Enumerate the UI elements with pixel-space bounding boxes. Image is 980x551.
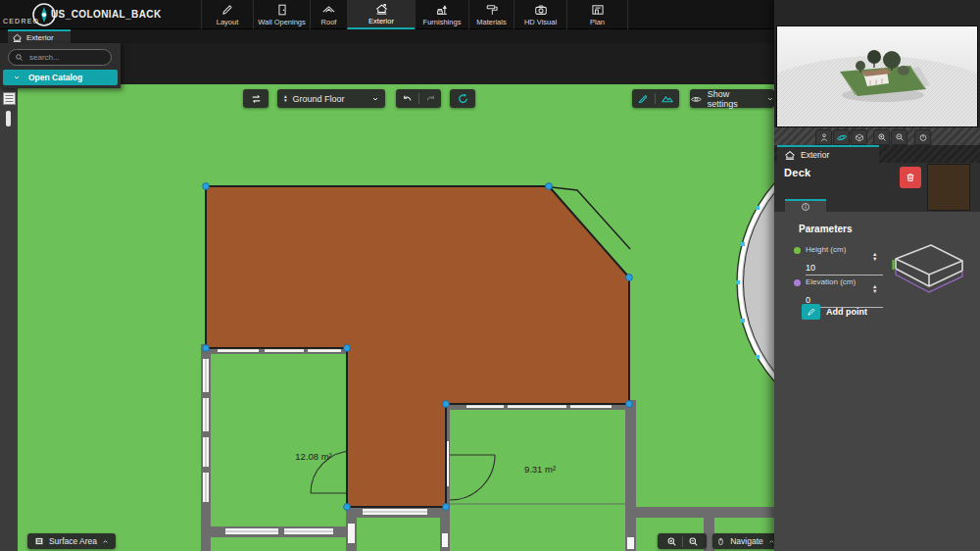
- list-icon: [34, 536, 44, 546]
- tab-materials[interactable]: Materials: [468, 0, 514, 29]
- subtab-label: Exterior: [26, 33, 54, 42]
- pool-circle[interactable]: [736, 132, 774, 432]
- floorplan-canvas[interactable]: 12.08 m² 9.31 m² ▲▼ Ground Floor Show se: [18, 84, 774, 551]
- zoom-out-icon[interactable]: [688, 536, 699, 547]
- zoom-in-icon[interactable]: [666, 536, 677, 547]
- door-icon: [275, 3, 289, 17]
- parameters-panel: Parameters Height (cm) ▲▼ Elevation (cm)…: [774, 212, 980, 551]
- search-icon: [15, 53, 24, 62]
- zoom-out-icon: [895, 132, 905, 142]
- tab-layout[interactable]: Layout: [201, 0, 253, 29]
- inspector-tab-label: Exterior: [801, 150, 829, 160]
- height-stepper[interactable]: ▲▼: [872, 252, 877, 262]
- surface-area-button[interactable]: Surface Area: [27, 533, 116, 549]
- subtab-row: Exterior: [0, 29, 774, 43]
- floor-selector-value: Ground Floor: [293, 94, 367, 104]
- walkthrough-button[interactable]: [815, 129, 832, 145]
- open-catalog-button[interactable]: Open Catalog: [3, 70, 118, 85]
- chevron-down-icon: [766, 95, 774, 103]
- elevation-dot-icon: [794, 279, 801, 286]
- show-settings-button[interactable]: Show settings: [690, 89, 774, 108]
- preview-zoom-out-button[interactable]: [891, 129, 907, 145]
- terrain-icon[interactable]: [661, 92, 674, 105]
- height-input[interactable]: [806, 263, 864, 275]
- paint-roller-icon: [485, 3, 499, 17]
- zoom-buttons-group: [658, 533, 707, 549]
- undo-icon[interactable]: [401, 93, 414, 105]
- house-icon: [784, 149, 796, 161]
- undo-redo-group: [396, 89, 441, 108]
- terrain-tools-group: [632, 89, 679, 108]
- eye-icon: [690, 93, 703, 105]
- navigate-label: Navigate: [730, 536, 763, 546]
- room-area-label-2: 9.31 m²: [524, 464, 556, 475]
- selection-title: Deck: [784, 167, 811, 178]
- chevron-down-icon: [371, 95, 379, 103]
- trash-icon: [905, 172, 916, 183]
- chevron-down-icon: [13, 74, 21, 81]
- refresh-surface-button[interactable]: [450, 89, 475, 108]
- camera-icon: [534, 3, 548, 17]
- tab-hd-visual[interactable]: HD Visual: [514, 0, 566, 29]
- height-dot-icon: [794, 247, 801, 254]
- layers-icon: [3, 92, 16, 105]
- room-area-label-1: 12.08 m²: [295, 451, 332, 462]
- search-box[interactable]: [8, 49, 112, 66]
- plan-view-button[interactable]: [851, 129, 867, 145]
- add-point-label[interactable]: Add point: [826, 307, 867, 317]
- plan-icon: [591, 3, 605, 17]
- left-tool-strip: [0, 84, 18, 551]
- cedreo-logo-text: CEDREO: [3, 18, 39, 25]
- preview-toolbar: [774, 127, 980, 145]
- house-icon: [374, 2, 389, 16]
- subtab-exterior[interactable]: Exterior: [8, 29, 71, 43]
- draw-surface-icon[interactable]: [637, 92, 650, 105]
- elevation-stepper[interactable]: ▲▼: [872, 284, 877, 294]
- compass-button[interactable]: [914, 129, 931, 145]
- preview-zoom-in-button[interactable]: [873, 129, 890, 145]
- pencil-icon: [220, 3, 234, 17]
- 3d-preview[interactable]: [776, 25, 978, 127]
- sync-floors-button[interactable]: [243, 89, 269, 108]
- orbit-view-button[interactable]: [833, 129, 850, 145]
- search-input[interactable]: [27, 52, 104, 63]
- info-tab[interactable]: [785, 199, 826, 212]
- chevron-up-icon: [102, 538, 109, 545]
- deck-polygon[interactable]: [206, 186, 629, 507]
- mouse-icon: [716, 536, 725, 547]
- inspector-tab-exterior[interactable]: Exterior: [777, 145, 879, 163]
- project-name: US_COLONIAL_BACK: [51, 0, 159, 29]
- inspector-panel: Exterior Deck Parameters Height (cm) ▲▼: [774, 0, 980, 551]
- layers-button[interactable]: [3, 92, 16, 105]
- cube-icon: [855, 132, 864, 143]
- floor-spinner[interactable]: ▲▼: [283, 95, 288, 103]
- tab-exterior[interactable]: Exterior: [347, 0, 415, 29]
- tab-roof[interactable]: Roof: [310, 0, 347, 29]
- compass-icon: [918, 132, 928, 143]
- delete-button[interactable]: [900, 167, 921, 188]
- zoom-slider-handle[interactable]: [6, 111, 11, 126]
- floor-selector[interactable]: ▲▼ Ground Floor: [277, 89, 385, 108]
- navigate-button[interactable]: Navigate: [712, 533, 774, 549]
- tab-furnishings[interactable]: Furnishings: [415, 0, 468, 29]
- open-catalog-label: Open Catalog: [28, 73, 82, 82]
- app-window: CEDREO US_COLONIAL_BACK Layout Wall Open…: [0, 0, 980, 551]
- tab-wall-openings[interactable]: Wall Openings: [253, 0, 310, 29]
- floorplan-drawing: 12.08 m² 9.31 m²: [18, 84, 774, 551]
- height-label: Height (cm): [806, 245, 846, 254]
- redo-icon[interactable]: [424, 93, 437, 105]
- tab-plan[interactable]: Plan: [566, 0, 628, 29]
- deck-material-thumbnail[interactable]: [927, 164, 970, 211]
- surface-area-label: Surface Area: [49, 536, 97, 546]
- refresh-icon: [457, 92, 469, 105]
- info-icon: [801, 202, 810, 212]
- inspector-tab-row: Exterior: [774, 145, 980, 163]
- furniture-icon: [435, 3, 449, 17]
- elevation-label: Elevation (cm): [806, 277, 856, 286]
- person-icon: [819, 132, 829, 143]
- catalog-panel: Open Catalog: [0, 43, 121, 88]
- sync-icon: [250, 93, 263, 105]
- 3d-preview-scene: [777, 26, 977, 126]
- house-icon: [12, 32, 23, 43]
- add-point-button[interactable]: [802, 304, 820, 320]
